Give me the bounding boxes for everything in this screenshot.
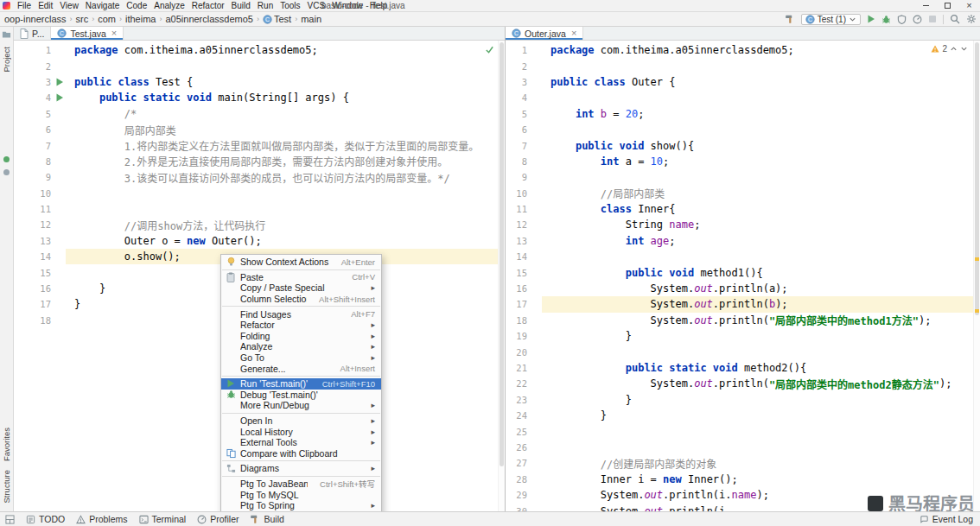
context-menu-item[interactable]: External Tools▸ — [221, 437, 381, 448]
context-menu-item[interactable]: Generate...Alt+Insert — [221, 363, 381, 374]
code-line[interactable]: 13 Outer o = new Outer(); — [14, 233, 505, 249]
menu-analyze[interactable]: Analyze — [150, 1, 188, 10]
breadcrumb-item[interactable]: itheima — [124, 14, 156, 24]
next-warning-icon[interactable] — [960, 45, 968, 53]
gutter[interactable]: 2 — [14, 58, 66, 73]
context-menu-item[interactable]: Analyze▸ — [221, 341, 381, 352]
context-menu-item[interactable]: Column Selection ModeAlt+Shift+Insert — [221, 294, 381, 305]
code-line[interactable]: 6 — [506, 122, 980, 137]
maximize-button[interactable] — [937, 0, 958, 11]
code-line[interactable]: 15 public void method1(){ — [506, 264, 980, 280]
status-build[interactable]: Build — [250, 514, 283, 524]
tab-outer-java[interactable]: COuter.java× — [506, 27, 583, 40]
code-line[interactable]: 19 } — [506, 328, 980, 344]
breadcrumb-item[interactable]: main — [300, 14, 322, 24]
tool-window-icon[interactable] — [3, 156, 10, 162]
gutter[interactable]: 1 — [506, 42, 542, 58]
menu-file[interactable]: File — [14, 1, 35, 10]
gutter[interactable]: 27 — [506, 455, 542, 471]
gutter[interactable]: 6 — [14, 122, 66, 137]
gutter[interactable]: 10 — [506, 186, 542, 201]
tool-window-icon[interactable] — [3, 169, 10, 175]
run-icon[interactable] — [55, 78, 64, 86]
code-line[interactable]: 1package com.itheima.a05innerclassdemo5; — [14, 42, 505, 58]
gutter[interactable]: 10 — [14, 186, 66, 201]
gutter[interactable]: 13 — [14, 233, 66, 249]
run-icon[interactable] — [55, 93, 64, 102]
gutter[interactable]: 18 — [14, 313, 66, 328]
context-menu-item[interactable]: Run 'Test.main()'Ctrl+Shift+F10 — [221, 378, 381, 390]
menu-edit[interactable]: Edit — [35, 1, 56, 10]
code-line[interactable]: 1package com.itheima.a05innerclassdemo5; — [506, 42, 980, 58]
code-line[interactable]: 10 — [14, 186, 505, 201]
context-menu-item[interactable]: Refactor▸ — [221, 320, 381, 331]
tab-test-java[interactable]: CTest.java× — [51, 27, 124, 40]
code-line[interactable]: 27 //创建局部内部类的对象 — [506, 455, 980, 471]
right-scrollbar[interactable] — [973, 41, 980, 511]
gutter[interactable]: 7 — [14, 137, 66, 153]
gutter[interactable]: 20 — [506, 344, 542, 359]
gutter[interactable]: 14 — [14, 249, 66, 264]
gutter[interactable]: 14 — [506, 249, 542, 264]
code-line[interactable]: 3public class Outer { — [506, 74, 980, 90]
debug-icon[interactable] — [881, 15, 891, 24]
stop-icon[interactable] — [928, 15, 937, 23]
gutter[interactable]: 24 — [506, 408, 542, 423]
status-todo[interactable]: TODO — [26, 514, 65, 524]
gutter[interactable]: 8 — [14, 154, 66, 169]
code-line[interactable]: 8 2.外界是无法直接使用局部内部类，需要在方法内部创建对象并使用。 — [14, 154, 505, 169]
profiler-icon[interactable] — [913, 15, 922, 24]
stripe-label-favorites[interactable]: Favorites — [2, 428, 11, 461]
context-menu-item[interactable]: Go To▸ — [221, 352, 381, 364]
code-line[interactable]: 7 1.将内部类定义在方法里面就叫做局部内部类，类似于方法里面的局部变量。 — [14, 137, 505, 153]
gutter[interactable]: 6 — [506, 122, 542, 137]
context-menu-item[interactable]: Folding▸ — [221, 331, 381, 342]
scrollbar-thumb[interactable] — [500, 42, 504, 466]
context-menu-item[interactable]: Debug 'Test.main()' — [221, 390, 381, 401]
gutter[interactable]: 2 — [506, 58, 542, 73]
warning-stripe-mark[interactable] — [975, 257, 979, 261]
code-line[interactable]: 5 int b = 20; — [506, 106, 980, 122]
gutter[interactable]: 15 — [506, 264, 542, 280]
code-line[interactable]: 20 — [506, 344, 980, 359]
status-terminal[interactable]: Terminal — [139, 514, 187, 524]
code-line[interactable]: 23 } — [506, 392, 980, 408]
gutter[interactable]: 21 — [506, 360, 542, 376]
gutter[interactable]: 28 — [506, 472, 542, 487]
context-menu-item[interactable]: Diagrams▸ — [221, 463, 381, 474]
gutter[interactable]: 11 — [14, 201, 66, 217]
gutter[interactable]: 22 — [506, 376, 542, 391]
stripe-label-project[interactable]: Project — [2, 47, 11, 73]
menu-refactor[interactable]: Refactor — [188, 1, 228, 10]
search-icon[interactable] — [950, 14, 960, 24]
gutter[interactable]: 26 — [506, 440, 542, 455]
context-menu-item[interactable]: PasteCtrl+V — [221, 272, 381, 283]
context-menu-item[interactable]: Local History▸ — [221, 426, 381, 437]
gutter[interactable]: 15 — [14, 264, 66, 280]
scrollbar-thumb[interactable] — [975, 42, 979, 315]
menu-view[interactable]: View — [56, 1, 82, 10]
context-menu-item[interactable]: Show Context ActionsAlt+Enter — [221, 257, 381, 268]
status-profiler[interactable]: Profiler — [197, 514, 239, 524]
code-line[interactable]: 21 public static void method2(){ — [506, 360, 980, 376]
code-line[interactable]: 5 /* — [14, 106, 505, 122]
gutter[interactable]: 9 — [14, 169, 66, 185]
code-line[interactable]: 24 } — [506, 408, 980, 423]
gutter[interactable]: 16 — [506, 281, 542, 296]
code-line[interactable]: 14 — [506, 249, 980, 264]
code-line[interactable]: 11 — [14, 201, 505, 217]
minimize-button[interactable] — [915, 0, 937, 11]
gutter[interactable]: 13 — [506, 233, 542, 249]
gutter[interactable]: 17 — [14, 296, 66, 312]
gutter[interactable]: 18 — [506, 313, 542, 328]
code-line[interactable]: 17 System.out.println(b); — [506, 296, 980, 312]
code-line[interactable]: 16 System.out.println(a); — [506, 281, 980, 296]
gutter[interactable]: 1 — [14, 42, 66, 58]
code-line[interactable]: 6 局部内部类 — [14, 122, 505, 137]
gutter[interactable]: 8 — [506, 154, 542, 169]
context-menu-item[interactable]: Open In▸ — [221, 415, 381, 427]
menu-navigate[interactable]: Navigate — [82, 1, 123, 10]
status-event-log[interactable]: Event Log — [920, 514, 973, 524]
menu-run[interactable]: Run — [254, 1, 277, 10]
code-line[interactable]: 12 //调用show方法，让代码执行 — [14, 217, 505, 232]
